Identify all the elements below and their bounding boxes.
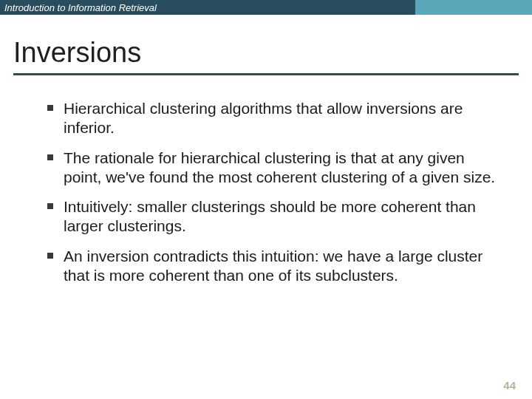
list-item: Intuitively: smaller clusterings should … [47,197,499,236]
course-title: Introduction to Information Retrieval [0,0,415,15]
page-number: 44 [503,379,516,392]
header-accent [415,0,532,15]
bullet-list: Hierarchical clustering algorithms that … [47,99,499,285]
list-item: An inversion contradicts this intuition:… [47,247,499,286]
list-item: Hierarchical clustering algorithms that … [47,99,499,138]
list-item: The rationale for hierarchical clusterin… [47,149,499,188]
title-block: Inversions [0,15,532,75]
slide-title: Inversions [13,37,519,69]
header-bar: Introduction to Information Retrieval [0,0,532,15]
content-area: Hierarchical clustering algorithms that … [0,75,532,285]
